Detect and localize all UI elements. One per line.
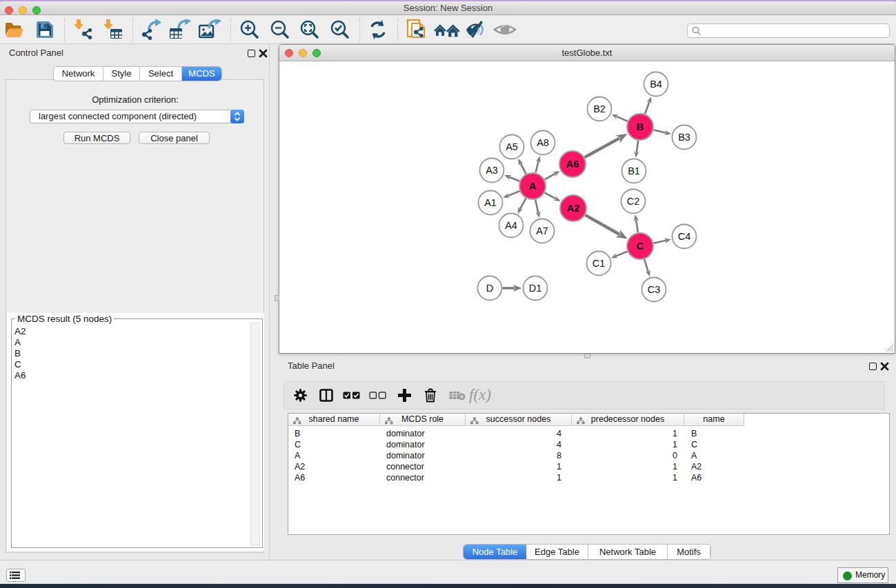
svg-text:A3: A3 bbox=[486, 165, 498, 176]
svg-text:C: C bbox=[637, 241, 644, 252]
svg-text:A5: A5 bbox=[506, 141, 518, 152]
svg-text:C2: C2 bbox=[627, 196, 640, 207]
svg-text:B2: B2 bbox=[593, 103, 606, 114]
svg-text:C3: C3 bbox=[648, 284, 661, 295]
svg-text:D: D bbox=[486, 283, 493, 294]
svg-text:A6: A6 bbox=[566, 159, 579, 170]
svg-text:B: B bbox=[637, 121, 644, 132]
svg-text:A7: A7 bbox=[536, 225, 548, 236]
svg-text:A1: A1 bbox=[484, 197, 497, 208]
svg-text:A2: A2 bbox=[567, 203, 580, 214]
svg-text:C1: C1 bbox=[593, 258, 606, 269]
svg-text:A: A bbox=[529, 181, 537, 192]
svg-text:B3: B3 bbox=[678, 132, 690, 143]
svg-text:A8: A8 bbox=[537, 137, 549, 148]
svg-text:A4: A4 bbox=[505, 220, 517, 231]
svg-text:B1: B1 bbox=[628, 165, 640, 176]
svg-text:D1: D1 bbox=[529, 283, 542, 294]
svg-text:C4: C4 bbox=[678, 231, 691, 242]
svg-text:B4: B4 bbox=[650, 79, 662, 90]
